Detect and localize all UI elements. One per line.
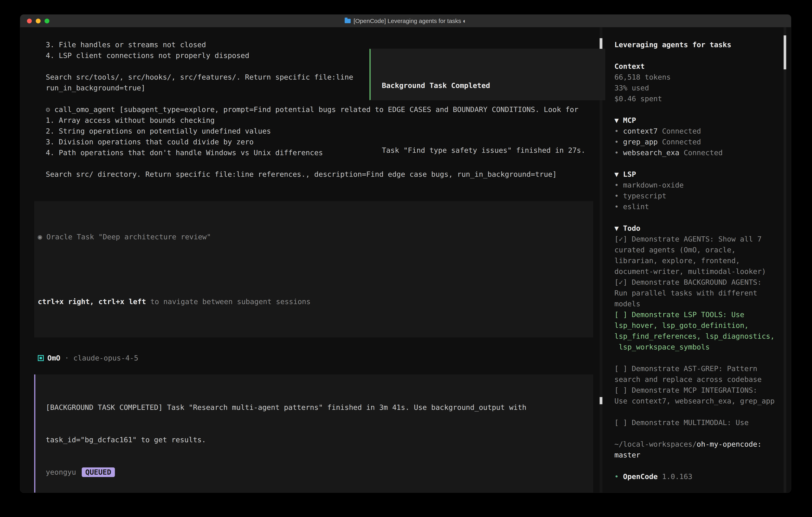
todo-line: curated agents (OmO, oracle,	[614, 245, 783, 255]
message-meta: yeongyu QUEUED	[46, 467, 589, 478]
context-section: Context 66,518 tokens 33% used $0.46 spe…	[614, 61, 783, 104]
todo-item: [ ] Demonstrate AST-GREP: Pattern search…	[614, 363, 783, 385]
bullet-icon: •	[614, 148, 623, 157]
mcp-section: ▼ MCP • context7 Connected • grep_app Co…	[614, 115, 783, 158]
background-task-message: [BACKGROUND TASK COMPLETED] Task "Resear…	[34, 375, 593, 493]
oracle-title: Oracle Task "Deep architecture review"	[46, 233, 211, 241]
status-badge: QUEUED	[82, 467, 115, 477]
todo-line: librarian, explore, frontend,	[614, 255, 783, 266]
app-name: OpenCode	[623, 472, 658, 481]
todo-item: [✓] Demonstrate AGENTS: Show all 7 curat…	[614, 234, 783, 277]
traffic-lights	[27, 19, 49, 23]
todo-line: [ ] Demonstrate LSP TOOLS: Use	[614, 309, 783, 320]
mcp-name: context7	[623, 127, 658, 135]
lsp-item: • eslint	[614, 201, 783, 212]
bullet-icon: •	[614, 192, 623, 200]
todo-line: lsp_find_references, lsp_diagnostics,	[614, 331, 783, 342]
lsp-section-heading[interactable]: ▼ LSP	[614, 169, 783, 180]
lsp-name: typescript	[623, 192, 666, 200]
folder-icon	[345, 19, 351, 23]
app-version-section: • OpenCode 1.0.163	[614, 471, 783, 482]
separator-dot: ·	[60, 353, 73, 363]
agent-name: OmO	[47, 353, 60, 363]
mcp-status: Connected	[658, 138, 701, 146]
todo-line: [ ] Demonstrate MCP INTEGRATIONS:	[614, 385, 783, 396]
todo-section-heading[interactable]: ▼ Todo	[614, 223, 783, 234]
omo-agent-icon	[38, 355, 44, 361]
context-used: 33% used	[614, 83, 783, 93]
bullet-icon: •	[614, 127, 623, 135]
blank-line	[34, 180, 605, 191]
bullet-icon: •	[614, 181, 623, 189]
lsp-name: markdown-oxide	[623, 181, 684, 189]
app-version: 1.0.163	[658, 472, 692, 481]
todo-item: [ ] Demonstrate MULTIMODAL: Use	[614, 417, 783, 428]
close-button[interactable]	[27, 19, 32, 23]
lsp-name: eslint	[623, 202, 649, 211]
gear-icon: ⚙	[46, 105, 54, 113]
main-pane: 3. File handles or streams not closed 4.…	[20, 27, 607, 493]
mcp-section-heading[interactable]: ▼ MCP	[614, 115, 783, 126]
todo-line: document-writer, multimodal-looker)	[614, 266, 783, 277]
lsp-item: • typescript	[614, 191, 783, 201]
app-version-line: • OpenCode 1.0.163	[614, 471, 783, 482]
hint-text: to navigate between subagent sessions	[146, 298, 311, 306]
todo-line: [ ] Demonstrate MULTIMODAL: Use	[614, 417, 783, 428]
todo-line: [ ] Demonstrate AST-GREP: Pattern	[614, 363, 783, 374]
bullet-icon: •	[614, 472, 623, 481]
opencode-window: [OpenCode] Leveraging agents for tasks ◐…	[20, 15, 791, 493]
lsp-section: ▼ LSP • markdown-oxide • typescript • es…	[614, 169, 783, 212]
agent-model: claude-opus-4-5	[73, 353, 138, 363]
window-titlebar[interactable]: [OpenCode] Leveraging agents for tasks ◐	[20, 15, 791, 27]
bullet-icon: •	[614, 138, 623, 146]
context-heading: Context	[614, 61, 783, 72]
session-title: Leveraging agents for tasks	[614, 39, 783, 50]
sidebar-scrollbar-thumb[interactable]	[784, 35, 786, 70]
blank-line	[382, 113, 601, 124]
context-spent: $0.46 spent	[614, 93, 783, 104]
message-author: yeongyu	[46, 467, 76, 478]
context-tokens: 66,518 tokens	[614, 72, 783, 83]
todo-item: [✓] Demonstrate BACKGROUND AGENTS: Run p…	[614, 277, 783, 309]
workspace-section: ~/local-workspaces/oh-my-opencode: maste…	[614, 439, 783, 460]
todo-line: models	[614, 298, 783, 309]
main-scrollbar-marker[interactable]	[600, 397, 602, 404]
mcp-status: Connected	[679, 148, 723, 157]
todo-line: search and replace across codebase	[614, 374, 783, 385]
blank-line	[38, 264, 589, 275]
sidebar: Leveraging agents for tasks Context 66,5…	[607, 27, 791, 493]
todo-line: [✓] Demonstrate BACKGROUND AGENTS:	[614, 277, 783, 288]
minimize-button[interactable]	[36, 19, 40, 23]
mcp-item: • websearch_exa Connected	[614, 147, 783, 158]
todo-line: lsp_workspace_symbols	[614, 342, 783, 352]
workspace-path-prefix: ~/local-workspaces/	[614, 440, 697, 448]
git-branch: master	[614, 450, 783, 460]
todo-section: ▼ Todo [✓] Demonstrate AGENTS: Show all …	[614, 223, 783, 428]
mcp-name: websearch_exa	[623, 148, 679, 157]
log-line: 3. File handles or streams not closed	[34, 39, 605, 50]
record-icon: ◉	[38, 233, 46, 241]
hint-keys: ctrl+x right, ctrl+x left	[38, 298, 146, 306]
todo-item-active: [ ] Demonstrate LSP TOOLS: Use lsp_hover…	[614, 309, 783, 352]
oracle-task-panel: ◉ Oracle Task "Deep architecture review"…	[34, 201, 593, 337]
window-title: [OpenCode] Leveraging agents for tasks ◐	[353, 18, 466, 24]
message-line: [BACKGROUND TASK COMPLETED] Task "Resear…	[46, 402, 589, 413]
workspace-name: oh-my-opencode:	[697, 440, 762, 448]
toast-title: Background Task Completed	[382, 80, 601, 91]
mcp-status: Connected	[658, 127, 701, 135]
window-title-group: [OpenCode] Leveraging agents for tasks ◐	[345, 18, 466, 24]
mcp-item: • grep_app Connected	[614, 137, 783, 147]
agent-header: OmO · claude-opus-4-5	[34, 353, 605, 363]
bullet-icon: •	[614, 202, 623, 211]
zoom-button[interactable]	[45, 19, 49, 23]
todo-line: Use context7, websearch_exa, grep_app	[614, 396, 783, 406]
sidebar-scrollbar-track[interactable]	[784, 27, 786, 493]
oracle-hint-line: ctrl+x right, ctrl+x left to navigate be…	[38, 296, 589, 307]
todo-line: lsp_hover, lsp_goto_definition,	[614, 320, 783, 331]
todo-line: [✓] Demonstrate AGENTS: Show all 7	[614, 234, 783, 245]
todo-line: Run parallel tasks with different	[614, 288, 783, 298]
message-line: task_id="bg_dcfac161" to get results.	[46, 434, 589, 445]
todo-item: [ ] Demonstrate MCP INTEGRATIONS: Use co…	[614, 385, 783, 406]
lsp-item: • markdown-oxide	[614, 180, 783, 191]
mcp-item: • context7 Connected	[614, 126, 783, 137]
